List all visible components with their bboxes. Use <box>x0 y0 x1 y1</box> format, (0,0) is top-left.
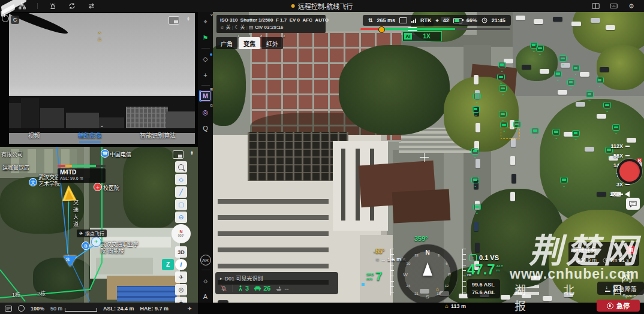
selected-target-bracket[interactable] <box>501 128 520 139</box>
fpv-c-chip[interactable]: C <box>11 16 19 24</box>
car-detection-marker[interactable] <box>471 177 479 183</box>
car-detection-marker[interactable] <box>554 71 562 77</box>
fpv-tab-video[interactable]: 视频 <box>26 130 42 140</box>
car-detection-marker[interactable] <box>499 85 507 92</box>
car-detection-marker[interactable] <box>612 124 620 131</box>
calibrate-tool-button[interactable]: + <box>199 69 212 81</box>
car-detection-marker[interactable] <box>572 65 580 71</box>
parked-car <box>476 159 480 168</box>
fpv-video-feed[interactable]: ⌃⌂ C ▲▼ ⌄ 视频 辅助影像 智能识别算法 <box>9 13 195 144</box>
route-swap-icon[interactable] <box>87 2 95 10</box>
m-detect-tool-button[interactable]: MB <box>199 90 212 102</box>
emergency-stop-button[interactable]: 急停 <box>597 300 640 312</box>
c-shortcut-chip[interactable]: C <box>218 300 228 303</box>
mission-pause-button[interactable] <box>627 246 635 254</box>
chat-bubble-button[interactable] <box>626 198 640 210</box>
parked-car <box>510 192 515 201</box>
zoom-level-1x[interactable]: 1X <box>598 189 630 199</box>
emergency-land-button[interactable]: 紧急降落 <box>597 282 644 295</box>
pip-toggle-icon[interactable] <box>168 16 179 25</box>
telecom-poi-icon[interactable]: ☎ <box>101 149 109 158</box>
map-collapse-icon[interactable]: ▲▼ <box>190 150 194 155</box>
map-line-button[interactable]: ╱ <box>175 186 187 198</box>
map-info-button[interactable]: i <box>175 259 187 270</box>
map-zoom-in-button[interactable]: + <box>175 297 187 303</box>
parked-car <box>564 292 573 297</box>
car-detection-marker[interactable] <box>499 111 507 117</box>
drone-map-label[interactable]: M4TD ASL: 99.6 m <box>58 168 106 183</box>
device-tree-icon[interactable] <box>18 2 26 10</box>
heading-value: 359° <box>414 235 428 242</box>
r-detection-marker[interactable]: R <box>617 159 642 184</box>
map-route-button[interactable]: Z <box>162 259 174 270</box>
tab-infrared[interactable]: 红外3 <box>261 37 283 49</box>
map-plane-button[interactable]: ✈ <box>175 271 187 283</box>
fpv-tab-ai-algorithm[interactable]: 智能识别算法 <box>138 130 177 140</box>
settings-gear-icon[interactable]: ⚙ <box>627 2 636 10</box>
annotate-tool-button[interactable]: A <box>199 291 212 303</box>
layers-icon[interactable] <box>18 305 25 312</box>
car-detection-marker[interactable] <box>596 77 604 83</box>
school-poi-icon[interactable]: 文 <box>29 178 37 186</box>
chevron-down-icon[interactable]: ⌄ <box>100 122 104 128</box>
diamond-tool-button[interactable]: ◇ <box>199 53 212 65</box>
map-flag-button[interactable]: ⚑ <box>199 32 212 44</box>
car-detection-marker[interactable] <box>498 62 506 68</box>
map-compass-button[interactable]: N 000° <box>171 224 191 243</box>
car-detection-marker[interactable] <box>497 74 505 80</box>
car-detection-marker[interactable] <box>531 128 539 134</box>
ai-search-tool-button[interactable]: Q <box>199 122 212 134</box>
car-detection-marker[interactable] <box>559 55 567 62</box>
map-3d-button[interactable]: 3D <box>175 246 187 258</box>
ar-tool-button[interactable]: AR <box>200 255 211 265</box>
car-detection-marker[interactable] <box>473 204 481 210</box>
map-scale-value: 50 m <box>50 306 62 312</box>
map-search-button[interactable] <box>175 161 187 173</box>
collapse-expand-icon[interactable]: ▲▼ <box>186 16 190 21</box>
map-pip-icon[interactable] <box>173 150 183 159</box>
car-detection-marker[interactable] <box>560 177 568 183</box>
telemetry-marker-dot[interactable] <box>378 26 385 33</box>
expand-arrow-icon[interactable]: ▸ <box>220 276 222 281</box>
home-dock-icon[interactable]: ✈ <box>91 237 101 247</box>
car-detection-marker[interactable] <box>552 129 560 135</box>
zoom-level-label: 3X <box>605 182 623 188</box>
sync-icon[interactable] <box>68 2 76 10</box>
beacon-tool-button[interactable]: ☼ <box>199 274 212 286</box>
pin-flight-icon: ✈ <box>79 231 83 236</box>
ai-zoom-chip[interactable]: AI 1X <box>402 31 442 41</box>
car-detection-marker[interactable] <box>567 79 575 86</box>
map-locate-button[interactable]: ◎ <box>175 284 187 295</box>
laser-icon: ☼ <box>220 25 224 30</box>
map-label-b2: 2栋 <box>37 289 46 297</box>
legend-icon[interactable] <box>5 306 12 312</box>
alarm-off-icon[interactable] <box>220 285 227 292</box>
r-badge: R <box>637 158 642 162</box>
alarm-beacon-icon[interactable] <box>49 2 57 10</box>
b-waypoint-icon[interactable]: B <box>82 241 90 250</box>
hospital-poi-icon[interactable]: ＋ <box>94 183 102 191</box>
detection-panel[interactable]: ▸ D01 可见光识别 3 26 <box>215 272 338 294</box>
car-detection-marker[interactable] <box>473 93 481 99</box>
g-target-tool-button[interactable]: ◎G <box>199 106 212 118</box>
car-detection-marker[interactable] <box>603 102 611 108</box>
tab-wide[interactable]: 广角1 <box>216 37 237 49</box>
split-view-icon[interactable] <box>591 2 600 10</box>
zoom-level-112x[interactable]: 112X <box>598 141 630 151</box>
map-marker-button[interactable]: ◇ <box>175 174 187 185</box>
fpv-tab-aux-image[interactable]: 辅助影像 <box>76 130 104 140</box>
car-detection-marker[interactable] <box>471 148 479 155</box>
keyboard-icon[interactable] <box>609 2 618 10</box>
car-detection-marker[interactable] <box>513 121 521 128</box>
car-detection-marker[interactable] <box>530 42 538 49</box>
car-detection-marker[interactable] <box>472 106 480 113</box>
visual-mode-button[interactable]: ⌖V <box>199 16 212 28</box>
power-icon[interactable] <box>2 15 9 22</box>
car-detection-marker[interactable] <box>572 130 580 137</box>
map-circle-button[interactable]: ⊖ <box>175 212 187 223</box>
tab-zoom[interactable]: 变焦2 <box>239 37 260 49</box>
compass-label-S: S <box>426 294 429 300</box>
car-detection-marker[interactable] <box>586 91 594 98</box>
map-polygon-button[interactable]: ▢ <box>175 199 187 210</box>
map-panel[interactable]: 有限公司 运咖餐饮店 ☎ 中国电信 文 武汉交通学院艺术学院 ＋ 校医院 交通大… <box>0 147 198 303</box>
